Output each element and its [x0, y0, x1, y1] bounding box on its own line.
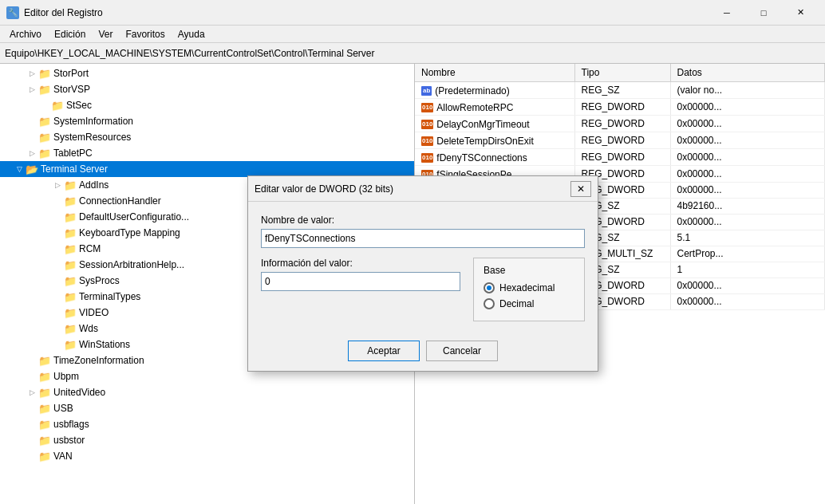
base-label: Base	[484, 265, 574, 276]
dialog-close-button[interactable]: ✕	[570, 181, 591, 197]
base-section: Base Hexadecimal Decimal	[473, 258, 585, 321]
value-data-input[interactable]	[261, 272, 460, 291]
dialog-overlay: Editar valor de DWORD (32 bits) ✕ Nombre…	[0, 0, 825, 504]
dialog-title-bar: Editar valor de DWORD (32 bits) ✕	[248, 176, 598, 202]
dec-radio-option[interactable]: Decimal	[484, 298, 574, 309]
dialog-title: Editar valor de DWORD (32 bits)	[255, 183, 393, 195]
hex-radio-option[interactable]: Hexadecimal	[484, 282, 574, 293]
dialog-row: Información del valor: Base Hexadecimal …	[261, 258, 585, 321]
dialog-buttons: Aceptar Cancelar	[261, 334, 585, 361]
accept-button[interactable]: Aceptar	[348, 341, 420, 361]
hex-label: Hexadecimal	[499, 282, 555, 293]
value-data-section: Información del valor:	[261, 258, 460, 291]
cancel-button[interactable]: Cancelar	[426, 341, 498, 361]
dialog-body: Nombre de valor: Información del valor: …	[248, 202, 598, 371]
hex-radio-button[interactable]	[484, 282, 495, 293]
value-name-input[interactable]	[261, 229, 585, 248]
value-name-label: Nombre de valor:	[261, 215, 585, 226]
dword-dialog: Editar valor de DWORD (32 bits) ✕ Nombre…	[247, 175, 598, 372]
dec-label: Decimal	[499, 298, 534, 309]
dec-radio-button[interactable]	[484, 298, 495, 309]
value-data-label: Información del valor:	[261, 258, 460, 269]
